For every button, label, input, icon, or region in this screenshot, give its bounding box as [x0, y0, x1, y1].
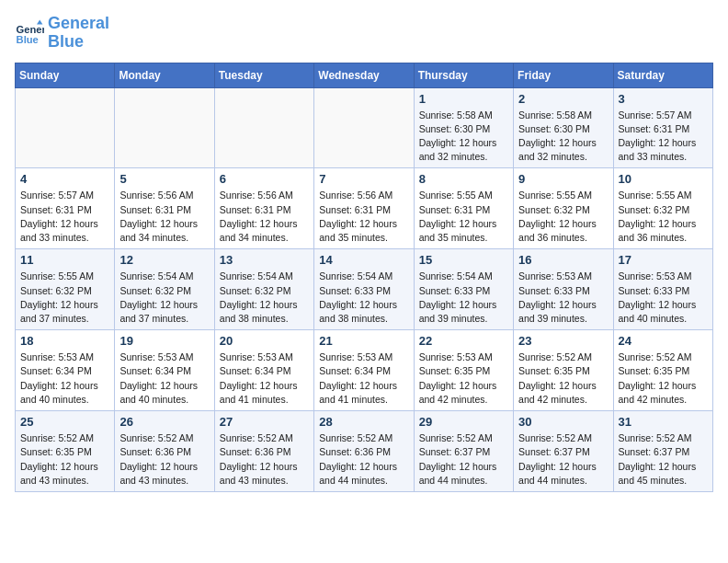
- day-number: 24: [619, 334, 708, 348]
- day-number: 13: [220, 253, 309, 267]
- calendar-cell: 13Sunrise: 5:54 AMSunset: 6:32 PMDayligh…: [214, 249, 313, 330]
- calendar-cell: 7Sunrise: 5:56 AMSunset: 6:31 PMDaylight…: [314, 168, 414, 249]
- weekday-header-friday: Friday: [514, 63, 613, 87]
- day-info: Sunrise: 5:53 AMSunset: 6:33 PMDaylight:…: [619, 270, 708, 326]
- calendar-cell: 19Sunrise: 5:53 AMSunset: 6:34 PMDayligh…: [115, 330, 214, 411]
- day-number: 22: [419, 334, 508, 348]
- day-number: 14: [319, 253, 408, 267]
- day-number: 3: [619, 92, 708, 106]
- day-info: Sunrise: 5:53 AMSunset: 6:34 PMDaylight:…: [220, 350, 309, 407]
- calendar-week-3: 11Sunrise: 5:55 AMSunset: 6:32 PMDayligh…: [16, 249, 713, 330]
- weekday-header-wednesday: Wednesday: [314, 63, 414, 87]
- logo-icon: General Blue: [15, 18, 44, 48]
- calendar-cell: 29Sunrise: 5:52 AMSunset: 6:37 PMDayligh…: [414, 411, 513, 492]
- day-info: Sunrise: 5:57 AMSunset: 6:31 PMDaylight:…: [20, 189, 109, 245]
- calendar-cell: 18Sunrise: 5:53 AMSunset: 6:34 PMDayligh…: [16, 330, 115, 411]
- day-info: Sunrise: 5:58 AMSunset: 6:30 PMDaylight:…: [518, 109, 608, 165]
- day-number: 30: [518, 415, 608, 429]
- day-info: Sunrise: 5:55 AMSunset: 6:32 PMDaylight:…: [518, 189, 608, 245]
- calendar-week-1: 1Sunrise: 5:58 AMSunset: 6:30 PMDaylight…: [16, 87, 713, 168]
- day-number: 9: [518, 172, 608, 186]
- calendar-cell: 21Sunrise: 5:53 AMSunset: 6:34 PMDayligh…: [314, 330, 414, 411]
- day-info: Sunrise: 5:54 AMSunset: 6:32 PMDaylight:…: [119, 270, 209, 326]
- page-header: General Blue GeneralBlue: [15, 15, 713, 52]
- calendar-cell: 10Sunrise: 5:55 AMSunset: 6:32 PMDayligh…: [613, 168, 712, 249]
- calendar-cell: 30Sunrise: 5:52 AMSunset: 6:37 PMDayligh…: [514, 411, 613, 492]
- calendar-cell: 12Sunrise: 5:54 AMSunset: 6:32 PMDayligh…: [115, 249, 214, 330]
- calendar-header: SundayMondayTuesdayWednesdayThursdayFrid…: [16, 63, 713, 87]
- day-number: 28: [319, 415, 408, 429]
- day-info: Sunrise: 5:54 AMSunset: 6:33 PMDaylight:…: [319, 270, 408, 326]
- day-info: Sunrise: 5:52 AMSunset: 6:37 PMDaylight:…: [619, 431, 708, 488]
- day-info: Sunrise: 5:56 AMSunset: 6:31 PMDaylight:…: [319, 189, 408, 245]
- calendar-cell: 11Sunrise: 5:55 AMSunset: 6:32 PMDayligh…: [16, 249, 115, 330]
- day-info: Sunrise: 5:53 AMSunset: 6:33 PMDaylight:…: [518, 270, 608, 326]
- calendar-cell: 23Sunrise: 5:52 AMSunset: 6:35 PMDayligh…: [514, 330, 613, 411]
- day-info: Sunrise: 5:55 AMSunset: 6:32 PMDaylight:…: [20, 270, 109, 326]
- weekday-header-thursday: Thursday: [414, 63, 513, 87]
- day-info: Sunrise: 5:53 AMSunset: 6:34 PMDaylight:…: [319, 350, 408, 407]
- day-info: Sunrise: 5:57 AMSunset: 6:31 PMDaylight:…: [619, 109, 708, 165]
- day-number: 21: [319, 334, 408, 348]
- calendar-week-4: 18Sunrise: 5:53 AMSunset: 6:34 PMDayligh…: [16, 330, 713, 411]
- calendar-cell: 24Sunrise: 5:52 AMSunset: 6:35 PMDayligh…: [613, 330, 712, 411]
- day-info: Sunrise: 5:54 AMSunset: 6:32 PMDaylight:…: [220, 270, 309, 326]
- calendar-cell: [214, 87, 313, 168]
- day-number: 16: [518, 253, 608, 267]
- day-number: 10: [619, 172, 708, 186]
- weekday-header-tuesday: Tuesday: [214, 63, 313, 87]
- calendar-cell: [16, 87, 115, 168]
- weekday-header-monday: Monday: [115, 63, 214, 87]
- day-info: Sunrise: 5:54 AMSunset: 6:33 PMDaylight:…: [419, 270, 508, 326]
- weekday-header-saturday: Saturday: [613, 63, 712, 87]
- day-info: Sunrise: 5:52 AMSunset: 6:35 PMDaylight:…: [518, 350, 608, 407]
- calendar-table: SundayMondayTuesdayWednesdayThursdayFrid…: [15, 63, 713, 492]
- day-info: Sunrise: 5:52 AMSunset: 6:35 PMDaylight:…: [20, 431, 109, 488]
- day-number: 1: [419, 92, 508, 106]
- calendar-cell: 3Sunrise: 5:57 AMSunset: 6:31 PMDaylight…: [613, 87, 712, 168]
- day-info: Sunrise: 5:52 AMSunset: 6:36 PMDaylight:…: [119, 431, 209, 488]
- calendar-cell: 8Sunrise: 5:55 AMSunset: 6:31 PMDaylight…: [414, 168, 513, 249]
- day-info: Sunrise: 5:52 AMSunset: 6:35 PMDaylight:…: [619, 350, 708, 407]
- day-number: 29: [419, 415, 508, 429]
- day-info: Sunrise: 5:56 AMSunset: 6:31 PMDaylight:…: [119, 189, 209, 245]
- calendar-cell: 26Sunrise: 5:52 AMSunset: 6:36 PMDayligh…: [115, 411, 214, 492]
- calendar-cell: 5Sunrise: 5:56 AMSunset: 6:31 PMDaylight…: [115, 168, 214, 249]
- day-number: 6: [220, 172, 309, 186]
- day-info: Sunrise: 5:53 AMSunset: 6:35 PMDaylight:…: [419, 350, 508, 407]
- calendar-week-5: 25Sunrise: 5:52 AMSunset: 6:35 PMDayligh…: [16, 411, 713, 492]
- day-number: 4: [20, 172, 109, 186]
- calendar-cell: 16Sunrise: 5:53 AMSunset: 6:33 PMDayligh…: [514, 249, 613, 330]
- logo-text: GeneralBlue: [48, 15, 109, 52]
- calendar-week-2: 4Sunrise: 5:57 AMSunset: 6:31 PMDaylight…: [16, 168, 713, 249]
- calendar-cell: 9Sunrise: 5:55 AMSunset: 6:32 PMDaylight…: [514, 168, 613, 249]
- logo: General Blue GeneralBlue: [15, 15, 109, 52]
- svg-text:General: General: [17, 24, 44, 35]
- day-number: 26: [119, 415, 209, 429]
- day-info: Sunrise: 5:52 AMSunset: 6:37 PMDaylight:…: [419, 431, 508, 488]
- calendar-cell: 6Sunrise: 5:56 AMSunset: 6:31 PMDaylight…: [214, 168, 313, 249]
- calendar-cell: 2Sunrise: 5:58 AMSunset: 6:30 PMDaylight…: [514, 87, 613, 168]
- day-info: Sunrise: 5:52 AMSunset: 6:37 PMDaylight:…: [518, 431, 608, 488]
- svg-marker-2: [37, 19, 42, 24]
- day-number: 2: [518, 92, 608, 106]
- calendar-cell: 1Sunrise: 5:58 AMSunset: 6:30 PMDaylight…: [414, 87, 513, 168]
- day-number: 18: [20, 334, 109, 348]
- day-number: 20: [220, 334, 309, 348]
- calendar-cell: [314, 87, 414, 168]
- calendar-cell: 27Sunrise: 5:52 AMSunset: 6:36 PMDayligh…: [214, 411, 313, 492]
- day-number: 12: [119, 253, 209, 267]
- calendar-cell: 17Sunrise: 5:53 AMSunset: 6:33 PMDayligh…: [613, 249, 712, 330]
- day-number: 23: [518, 334, 608, 348]
- day-info: Sunrise: 5:52 AMSunset: 6:36 PMDaylight:…: [319, 431, 408, 488]
- day-number: 25: [20, 415, 109, 429]
- day-number: 27: [220, 415, 309, 429]
- day-info: Sunrise: 5:55 AMSunset: 6:32 PMDaylight:…: [619, 189, 708, 245]
- svg-text:Blue: Blue: [17, 34, 39, 45]
- day-number: 11: [20, 253, 109, 267]
- day-info: Sunrise: 5:53 AMSunset: 6:34 PMDaylight:…: [20, 350, 109, 407]
- day-info: Sunrise: 5:52 AMSunset: 6:36 PMDaylight:…: [220, 431, 309, 488]
- day-number: 15: [419, 253, 508, 267]
- calendar-cell: 22Sunrise: 5:53 AMSunset: 6:35 PMDayligh…: [414, 330, 513, 411]
- day-number: 31: [619, 415, 708, 429]
